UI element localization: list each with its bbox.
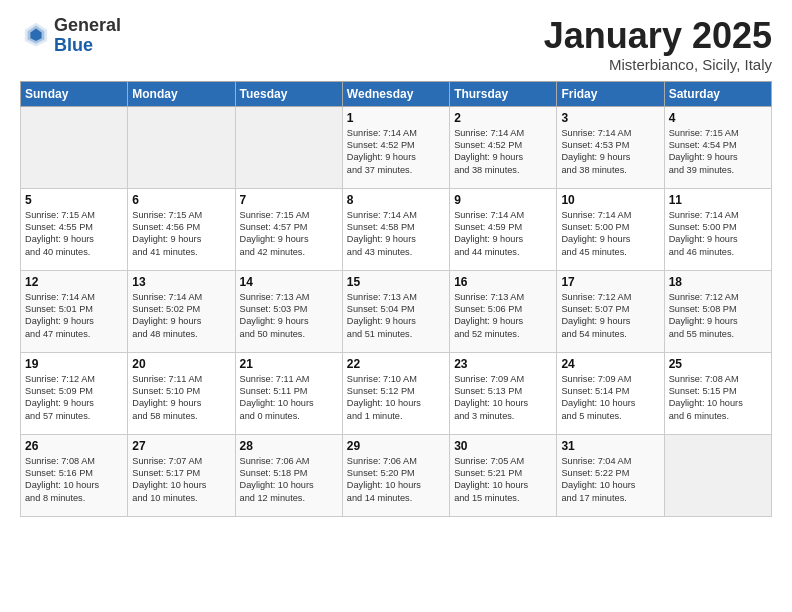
day-number: 27: [132, 439, 230, 453]
day-number: 11: [669, 193, 767, 207]
logo-icon: [22, 20, 50, 48]
table-row: [128, 106, 235, 188]
table-row: 17Sunrise: 7:12 AM Sunset: 5:07 PM Dayli…: [557, 270, 664, 352]
day-info: Sunrise: 7:12 AM Sunset: 5:08 PM Dayligh…: [669, 291, 767, 341]
table-row: 27Sunrise: 7:07 AM Sunset: 5:17 PM Dayli…: [128, 434, 235, 516]
table-row: 3Sunrise: 7:14 AM Sunset: 4:53 PM Daylig…: [557, 106, 664, 188]
table-row: 18Sunrise: 7:12 AM Sunset: 5:08 PM Dayli…: [664, 270, 771, 352]
day-info: Sunrise: 7:11 AM Sunset: 5:10 PM Dayligh…: [132, 373, 230, 423]
table-row: 9Sunrise: 7:14 AM Sunset: 4:59 PM Daylig…: [450, 188, 557, 270]
day-number: 30: [454, 439, 552, 453]
table-row: 8Sunrise: 7:14 AM Sunset: 4:58 PM Daylig…: [342, 188, 449, 270]
day-info: Sunrise: 7:09 AM Sunset: 5:13 PM Dayligh…: [454, 373, 552, 423]
day-number: 4: [669, 111, 767, 125]
day-number: 1: [347, 111, 445, 125]
table-row: 2Sunrise: 7:14 AM Sunset: 4:52 PM Daylig…: [450, 106, 557, 188]
logo: General Blue: [20, 16, 121, 56]
table-row: 29Sunrise: 7:06 AM Sunset: 5:20 PM Dayli…: [342, 434, 449, 516]
table-row: 23Sunrise: 7:09 AM Sunset: 5:13 PM Dayli…: [450, 352, 557, 434]
day-info: Sunrise: 7:14 AM Sunset: 4:58 PM Dayligh…: [347, 209, 445, 259]
table-row: 10Sunrise: 7:14 AM Sunset: 5:00 PM Dayli…: [557, 188, 664, 270]
table-row: 20Sunrise: 7:11 AM Sunset: 5:10 PM Dayli…: [128, 352, 235, 434]
table-row: 28Sunrise: 7:06 AM Sunset: 5:18 PM Dayli…: [235, 434, 342, 516]
day-number: 14: [240, 275, 338, 289]
table-row: 16Sunrise: 7:13 AM Sunset: 5:06 PM Dayli…: [450, 270, 557, 352]
table-row: 13Sunrise: 7:14 AM Sunset: 5:02 PM Dayli…: [128, 270, 235, 352]
day-info: Sunrise: 7:15 AM Sunset: 4:57 PM Dayligh…: [240, 209, 338, 259]
header: General Blue January 2025 Misterbianco, …: [20, 16, 772, 73]
day-number: 9: [454, 193, 552, 207]
table-row: [21, 106, 128, 188]
day-info: Sunrise: 7:06 AM Sunset: 5:18 PM Dayligh…: [240, 455, 338, 505]
table-row: 24Sunrise: 7:09 AM Sunset: 5:14 PM Dayli…: [557, 352, 664, 434]
col-tuesday: Tuesday: [235, 81, 342, 106]
table-row: 22Sunrise: 7:10 AM Sunset: 5:12 PM Dayli…: [342, 352, 449, 434]
day-info: Sunrise: 7:14 AM Sunset: 5:02 PM Dayligh…: [132, 291, 230, 341]
day-number: 13: [132, 275, 230, 289]
day-number: 26: [25, 439, 123, 453]
title-block: January 2025 Misterbianco, Sicily, Italy: [544, 16, 772, 73]
day-info: Sunrise: 7:08 AM Sunset: 5:16 PM Dayligh…: [25, 455, 123, 505]
day-number: 17: [561, 275, 659, 289]
table-row: 25Sunrise: 7:08 AM Sunset: 5:15 PM Dayli…: [664, 352, 771, 434]
table-row: 19Sunrise: 7:12 AM Sunset: 5:09 PM Dayli…: [21, 352, 128, 434]
day-info: Sunrise: 7:15 AM Sunset: 4:56 PM Dayligh…: [132, 209, 230, 259]
table-row: 12Sunrise: 7:14 AM Sunset: 5:01 PM Dayli…: [21, 270, 128, 352]
table-row: [235, 106, 342, 188]
day-number: 18: [669, 275, 767, 289]
logo-text: General Blue: [54, 16, 121, 56]
day-number: 10: [561, 193, 659, 207]
day-info: Sunrise: 7:15 AM Sunset: 4:55 PM Dayligh…: [25, 209, 123, 259]
page-container: General Blue January 2025 Misterbianco, …: [0, 0, 792, 527]
day-number: 23: [454, 357, 552, 371]
day-number: 21: [240, 357, 338, 371]
day-info: Sunrise: 7:14 AM Sunset: 5:00 PM Dayligh…: [669, 209, 767, 259]
day-number: 3: [561, 111, 659, 125]
month-title: January 2025: [544, 16, 772, 56]
day-number: 8: [347, 193, 445, 207]
day-info: Sunrise: 7:13 AM Sunset: 5:03 PM Dayligh…: [240, 291, 338, 341]
day-number: 19: [25, 357, 123, 371]
table-row: 7Sunrise: 7:15 AM Sunset: 4:57 PM Daylig…: [235, 188, 342, 270]
day-info: Sunrise: 7:10 AM Sunset: 5:12 PM Dayligh…: [347, 373, 445, 423]
day-info: Sunrise: 7:14 AM Sunset: 5:00 PM Dayligh…: [561, 209, 659, 259]
table-row: 26Sunrise: 7:08 AM Sunset: 5:16 PM Dayli…: [21, 434, 128, 516]
day-info: Sunrise: 7:14 AM Sunset: 4:59 PM Dayligh…: [454, 209, 552, 259]
day-number: 20: [132, 357, 230, 371]
table-row: 21Sunrise: 7:11 AM Sunset: 5:11 PM Dayli…: [235, 352, 342, 434]
day-info: Sunrise: 7:07 AM Sunset: 5:17 PM Dayligh…: [132, 455, 230, 505]
day-info: Sunrise: 7:12 AM Sunset: 5:09 PM Dayligh…: [25, 373, 123, 423]
day-info: Sunrise: 7:11 AM Sunset: 5:11 PM Dayligh…: [240, 373, 338, 423]
col-sunday: Sunday: [21, 81, 128, 106]
table-row: 11Sunrise: 7:14 AM Sunset: 5:00 PM Dayli…: [664, 188, 771, 270]
day-info: Sunrise: 7:12 AM Sunset: 5:07 PM Dayligh…: [561, 291, 659, 341]
day-number: 31: [561, 439, 659, 453]
day-number: 6: [132, 193, 230, 207]
day-info: Sunrise: 7:04 AM Sunset: 5:22 PM Dayligh…: [561, 455, 659, 505]
day-info: Sunrise: 7:05 AM Sunset: 5:21 PM Dayligh…: [454, 455, 552, 505]
day-info: Sunrise: 7:13 AM Sunset: 5:04 PM Dayligh…: [347, 291, 445, 341]
table-row: 4Sunrise: 7:15 AM Sunset: 4:54 PM Daylig…: [664, 106, 771, 188]
table-row: 1Sunrise: 7:14 AM Sunset: 4:52 PM Daylig…: [342, 106, 449, 188]
table-row: 14Sunrise: 7:13 AM Sunset: 5:03 PM Dayli…: [235, 270, 342, 352]
table-row: 6Sunrise: 7:15 AM Sunset: 4:56 PM Daylig…: [128, 188, 235, 270]
table-row: [664, 434, 771, 516]
day-number: 5: [25, 193, 123, 207]
location: Misterbianco, Sicily, Italy: [544, 56, 772, 73]
calendar-header-row: Sunday Monday Tuesday Wednesday Thursday…: [21, 81, 772, 106]
calendar-week-row: 19Sunrise: 7:12 AM Sunset: 5:09 PM Dayli…: [21, 352, 772, 434]
day-number: 25: [669, 357, 767, 371]
day-info: Sunrise: 7:15 AM Sunset: 4:54 PM Dayligh…: [669, 127, 767, 177]
day-info: Sunrise: 7:14 AM Sunset: 4:53 PM Dayligh…: [561, 127, 659, 177]
col-wednesday: Wednesday: [342, 81, 449, 106]
table-row: 5Sunrise: 7:15 AM Sunset: 4:55 PM Daylig…: [21, 188, 128, 270]
col-friday: Friday: [557, 81, 664, 106]
day-info: Sunrise: 7:14 AM Sunset: 4:52 PM Dayligh…: [347, 127, 445, 177]
calendar-table: Sunday Monday Tuesday Wednesday Thursday…: [20, 81, 772, 517]
day-number: 12: [25, 275, 123, 289]
day-number: 15: [347, 275, 445, 289]
day-number: 7: [240, 193, 338, 207]
table-row: 31Sunrise: 7:04 AM Sunset: 5:22 PM Dayli…: [557, 434, 664, 516]
day-number: 2: [454, 111, 552, 125]
calendar-week-row: 26Sunrise: 7:08 AM Sunset: 5:16 PM Dayli…: [21, 434, 772, 516]
